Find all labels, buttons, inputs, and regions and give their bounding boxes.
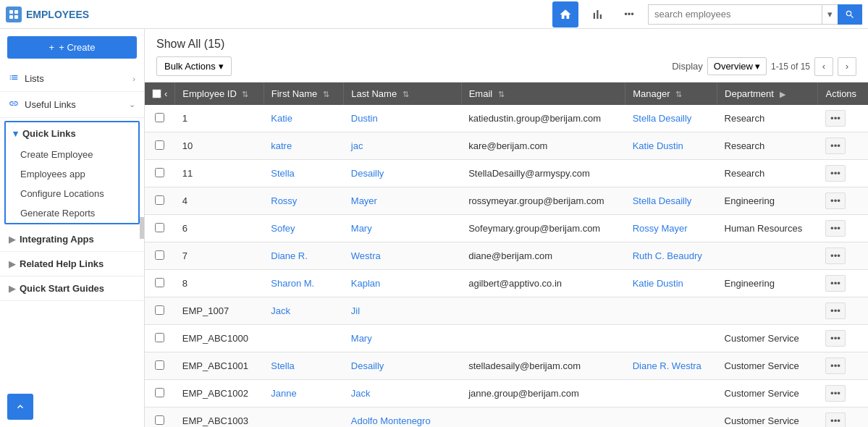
- row-checkbox[interactable]: [155, 195, 164, 205]
- row-checkbox[interactable]: [155, 278, 164, 287]
- chart-button[interactable]: [584, 1, 610, 28]
- search-dropdown-button[interactable]: ▾: [822, 4, 838, 25]
- last-name-link[interactable]: Dustin: [351, 113, 378, 124]
- first-name-link[interactable]: katre: [271, 140, 292, 151]
- bulk-actions-button[interactable]: Bulk Actions ▾: [156, 56, 232, 76]
- row-checkbox[interactable]: [155, 360, 164, 370]
- first-name-link[interactable]: Stella: [271, 360, 295, 371]
- home-button[interactable]: [552, 1, 578, 28]
- th-department[interactable]: Department ▶: [717, 83, 818, 105]
- first-name-link[interactable]: Diane R.: [271, 250, 308, 261]
- row-actions-button[interactable]: •••: [825, 110, 846, 127]
- row-checkbox[interactable]: [155, 388, 164, 397]
- first-name-link[interactable]: Jack: [271, 305, 290, 316]
- last-name-link[interactable]: Mary: [351, 333, 372, 344]
- th-email[interactable]: Email ⇅: [461, 83, 625, 105]
- row-actions-button[interactable]: •••: [825, 330, 846, 347]
- row-actions-button[interactable]: •••: [825, 248, 846, 264]
- cell-actions: •••: [818, 380, 868, 407]
- first-name-link[interactable]: Sofey: [271, 223, 295, 234]
- first-name-link[interactable]: Stella: [271, 168, 295, 179]
- quick-links-header[interactable]: ▾ Quick Links: [6, 122, 138, 145]
- search-input[interactable]: [648, 4, 822, 25]
- create-button[interactable]: + + Create: [7, 36, 137, 59]
- next-page-button[interactable]: ›: [838, 57, 856, 76]
- row-checkbox[interactable]: [155, 333, 164, 342]
- cell-actions: •••: [818, 325, 868, 352]
- manager-link[interactable]: Stella Desailly: [633, 195, 692, 206]
- more-button[interactable]: •••: [616, 1, 642, 28]
- last-name-link[interactable]: Jil: [351, 305, 360, 316]
- row-actions-button[interactable]: •••: [825, 138, 846, 154]
- row-actions-button[interactable]: •••: [825, 413, 846, 427]
- manager-link[interactable]: Katie Dustin: [633, 278, 683, 289]
- manager-link[interactable]: Rossy Mayer: [633, 223, 688, 234]
- toolbar: Bulk Actions ▾ Display Overview ▾ 1-15 o…: [156, 56, 856, 76]
- search-button[interactable]: [838, 4, 862, 25]
- th-last-name[interactable]: Last Name ⇅: [344, 83, 461, 105]
- row-actions-button[interactable]: •••: [825, 385, 846, 402]
- cell-email: [461, 407, 625, 428]
- th-actions: Actions: [818, 83, 868, 105]
- sidebar-item-configure-locations[interactable]: Configure Locations: [6, 184, 138, 203]
- last-name-link[interactable]: Mayer: [351, 195, 377, 206]
- sidebar-item-employees-app[interactable]: Employees app: [6, 164, 138, 184]
- row-checkbox[interactable]: [155, 113, 164, 122]
- sidebar-item-create-employee[interactable]: Create Employee: [6, 145, 138, 164]
- th-employee-id[interactable]: Employee ID ⇅: [175, 83, 264, 105]
- cell-manager: [625, 297, 717, 325]
- manager-link[interactable]: Katie Dustin: [633, 140, 683, 151]
- row-checkbox[interactable]: [155, 140, 164, 150]
- row-actions-button[interactable]: •••: [825, 275, 846, 292]
- last-name-link[interactable]: Westra: [351, 250, 381, 261]
- last-name-link[interactable]: Desailly: [351, 360, 384, 371]
- cell-first-name: Rossy: [264, 187, 344, 215]
- first-name-link[interactable]: Janne: [271, 388, 296, 399]
- cell-email: katiedustin.group@berijam.com: [461, 105, 625, 132]
- cell-email: [461, 297, 625, 325]
- create-employee-label: Create Employee: [20, 149, 93, 160]
- sidebar-item-quick-start-guides[interactable]: ▶ Quick Start Guides: [0, 276, 144, 300]
- row-actions-button[interactable]: •••: [825, 165, 846, 182]
- row-actions-button[interactable]: •••: [825, 303, 846, 319]
- first-name-link[interactable]: Rossy: [271, 195, 297, 206]
- first-name-link[interactable]: Katie: [271, 113, 292, 124]
- row-checkbox[interactable]: [155, 250, 164, 260]
- cell-department: Research: [717, 105, 818, 132]
- th-first-name[interactable]: First Name ⇅: [264, 83, 344, 105]
- scroll-top-button[interactable]: [7, 394, 33, 420]
- manager-link[interactable]: Stella Desailly: [633, 113, 692, 124]
- sidebar-item-integrating-apps[interactable]: ▶ Integrating Apps: [0, 227, 144, 251]
- last-name-link[interactable]: Kaplan: [351, 278, 380, 289]
- select-all-checkbox[interactable]: [152, 89, 161, 98]
- prev-page-button[interactable]: ‹: [814, 57, 833, 76]
- sidebar-item-lists[interactable]: Lists ›: [0, 66, 144, 91]
- overview-button[interactable]: Overview ▾: [707, 57, 767, 75]
- sidebar-item-related-help-links[interactable]: ▶ Related Help Links: [0, 252, 144, 276]
- row-actions-button[interactable]: •••: [825, 193, 846, 209]
- last-name-link[interactable]: Adolfo Montenegro: [351, 415, 431, 426]
- cell-last-name: Mary: [344, 215, 461, 242]
- last-name-link[interactable]: Mary: [351, 223, 372, 234]
- sidebar-item-generate-reports[interactable]: Generate Reports: [6, 203, 138, 223]
- sidebar-item-useful-links[interactable]: Useful Links ⌄: [0, 92, 144, 117]
- svg-rect-2: [9, 15, 13, 19]
- row-checkbox[interactable]: [155, 223, 164, 232]
- last-name-link[interactable]: Desailly: [351, 168, 384, 179]
- sidebar-collapse-button[interactable]: ‹: [140, 217, 145, 239]
- th-manager[interactable]: Manager ⇅: [625, 83, 717, 105]
- manager-link[interactable]: Diane R. Westra: [633, 360, 701, 371]
- th-prev-col-icon[interactable]: ‹: [164, 88, 167, 99]
- table-row: 1KatieDustinkatiedustin.group@berijam.co…: [145, 105, 868, 132]
- row-checkbox[interactable]: [155, 168, 164, 177]
- last-name-link[interactable]: Jack: [351, 388, 371, 399]
- last-name-link[interactable]: jac: [351, 140, 363, 151]
- row-checkbox[interactable]: [155, 415, 164, 425]
- row-actions-button[interactable]: •••: [825, 358, 846, 374]
- cell-manager: [625, 160, 717, 187]
- cell-department: Customer Service: [717, 380, 818, 407]
- row-actions-button[interactable]: •••: [825, 220, 846, 237]
- manager-link[interactable]: Ruth C. Beaudry: [633, 250, 702, 261]
- row-checkbox[interactable]: [155, 305, 164, 315]
- first-name-link[interactable]: Sharon M.: [271, 278, 314, 289]
